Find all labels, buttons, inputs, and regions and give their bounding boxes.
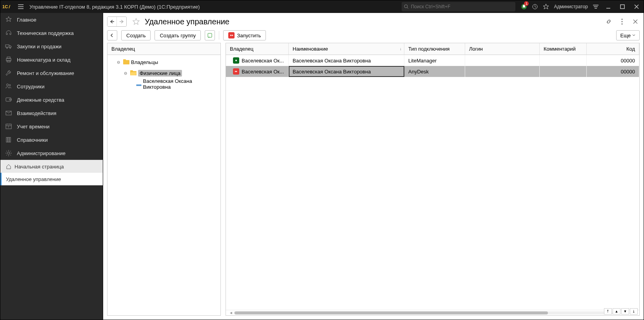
th-comment[interactable]: Комментарий <box>540 43 587 55</box>
wallet-icon <box>5 96 12 103</box>
launch-button[interactable]: Запустить <box>223 30 266 40</box>
open-pages-panel: Начальная страница Удаленное управление <box>0 160 103 185</box>
collapse-icon[interactable]: ⊖ <box>117 60 122 64</box>
sidebar-item-10[interactable]: Администрирование <box>0 146 103 160</box>
toolbar-separator <box>219 31 219 40</box>
sidebar-item-4[interactable]: Ремонт и обслуживание <box>0 66 103 80</box>
tree-root[interactable]: ⊖ Владельцы <box>107 57 220 68</box>
sidebar-item-label: Денежные средства <box>17 97 64 103</box>
home-page-link[interactable]: Начальная страница <box>0 160 103 173</box>
svg-rect-5 <box>5 45 9 47</box>
svg-rect-13 <box>6 98 11 101</box>
notifications-button[interactable]: 1 <box>518 0 529 13</box>
toolbar: Создать Создать группу Запустить Еще <box>103 28 644 43</box>
global-search[interactable] <box>402 2 515 11</box>
sidebar-item-label: Учет времени <box>17 124 49 130</box>
user-label[interactable]: Администратор <box>551 4 590 9</box>
sidebar-item-label: Сотрудники <box>17 84 44 90</box>
svg-point-1 <box>404 5 408 8</box>
minimize-button[interactable] <box>601 0 615 13</box>
app-title: Управление IT-отделом 8, редакция 3.1 КО… <box>26 4 203 10</box>
svg-rect-29 <box>130 70 133 72</box>
page-menu-button[interactable] <box>618 17 626 26</box>
app-logo-icon: 1C <box>0 0 15 13</box>
home-page-label: Начальная страница <box>15 164 64 170</box>
scroll-thumb[interactable] <box>235 311 548 315</box>
table-row[interactable]: Васелевская Ок...Васелевская Оксана Викт… <box>226 66 639 77</box>
th-name[interactable]: Наименование↓ <box>289 43 404 55</box>
svg-point-31 <box>235 60 237 61</box>
cell-conn: LiteManager <box>408 58 437 64</box>
notifications-badge: 1 <box>524 1 529 6</box>
create-button[interactable]: Создать <box>121 30 151 40</box>
svg-point-6 <box>7 48 8 49</box>
table-row[interactable]: Васелевская Ок...Васелевская Оксана Викт… <box>226 55 639 66</box>
sidebar-item-label: Администрирование <box>17 150 65 156</box>
content-area: Удаленное управление Создать Создать гру… <box>103 13 644 320</box>
envelope-icon <box>5 110 12 117</box>
horizontal-scrollbar[interactable]: ◄ ► ⤒ ▲ ▼ ⤓ <box>226 310 639 315</box>
nav-first-button[interactable]: ⤒ <box>604 308 612 315</box>
page-close-button[interactable] <box>631 17 640 26</box>
global-search-input[interactable] <box>411 4 513 9</box>
scroll-left-icon[interactable]: ◄ <box>228 311 234 315</box>
star-icon <box>5 16 12 23</box>
th-owner[interactable]: Владелец <box>226 43 289 55</box>
sidebar-item-label: Ремонт и обслуживание <box>17 70 74 76</box>
main-menu-button[interactable] <box>15 0 26 13</box>
sidebar-item-7[interactable]: Взаимодействия <box>0 106 103 120</box>
svg-rect-27 <box>123 59 126 61</box>
th-conn[interactable]: Тип подключения <box>404 43 465 55</box>
connections-table-panel: Владелец Наименование↓ Тип подключения Л… <box>226 43 640 316</box>
sidebar-item-2[interactable]: Закупки и продажи <box>0 40 103 53</box>
collapse-icon[interactable]: ⊖ <box>124 71 129 75</box>
close-button[interactable] <box>629 0 644 13</box>
table-header: Владелец Наименование↓ Тип подключения Л… <box>226 43 639 55</box>
collapse-groups-button[interactable] <box>107 30 117 40</box>
maximize-button[interactable] <box>615 0 629 13</box>
th-login[interactable]: Логин <box>465 43 540 55</box>
refresh-button[interactable] <box>205 30 215 40</box>
tree-leaf[interactable]: ▬ Васелевская Оксана Викторовна <box>107 79 220 90</box>
nav-last-button[interactable]: ⤓ <box>630 308 638 315</box>
tree-header: Владелец <box>107 43 220 55</box>
sidebar-item-3[interactable]: Номенклатура и склад <box>0 53 103 66</box>
cell-code: 00000 <box>621 69 635 75</box>
svg-point-24 <box>622 24 623 25</box>
th-code[interactable]: Код <box>587 43 639 55</box>
sidebar-item-0[interactable]: Главное <box>0 13 103 26</box>
svg-rect-9 <box>7 57 10 59</box>
folder-icon <box>123 59 129 65</box>
nav-back-button[interactable] <box>107 17 117 26</box>
nav-up-button[interactable]: ▲ <box>613 308 620 315</box>
sidebar-item-9[interactable]: Справочники <box>0 133 103 146</box>
link-icon[interactable] <box>604 17 613 26</box>
owner-tree[interactable]: ⊖ Владельцы ⊖ Физические лица ▬ <box>107 55 220 315</box>
sidebar-item-5[interactable]: Сотрудники <box>0 80 103 93</box>
active-page-link[interactable]: Удаленное управление <box>0 173 103 185</box>
books-icon <box>5 136 12 143</box>
sidebar-item-8[interactable]: 7Учет времени <box>0 120 103 133</box>
svg-rect-19 <box>8 137 9 142</box>
history-button[interactable] <box>529 0 540 13</box>
create-group-button[interactable]: Создать группу <box>155 30 201 40</box>
nav-down-button[interactable]: ▼ <box>621 308 629 315</box>
svg-point-22 <box>622 19 623 20</box>
tree-group[interactable]: ⊖ Физические лица <box>107 68 220 79</box>
more-button[interactable]: Еще <box>616 30 640 40</box>
svg-point-12 <box>9 84 11 86</box>
svg-point-7 <box>10 48 11 49</box>
favorites-button[interactable] <box>540 0 551 13</box>
active-page-label: Удаленное управление <box>6 176 61 182</box>
headset-icon <box>5 29 12 37</box>
printer-icon <box>5 56 12 63</box>
sidebar-item-label: Главное <box>17 17 36 23</box>
sidebar-item-label: Закупки и продажи <box>17 44 62 49</box>
sidebar-item-label: Справочники <box>17 137 48 143</box>
table-body[interactable]: Васелевская Ок...Васелевская Оксана Викт… <box>226 55 639 310</box>
favorite-star-icon[interactable] <box>131 17 141 26</box>
sidebar-item-1[interactable]: Техническая поддержка <box>0 26 103 40</box>
settings-menu-button[interactable] <box>590 0 601 13</box>
connection-type-icon <box>233 68 239 75</box>
sidebar-item-6[interactable]: Денежные средства <box>0 93 103 106</box>
